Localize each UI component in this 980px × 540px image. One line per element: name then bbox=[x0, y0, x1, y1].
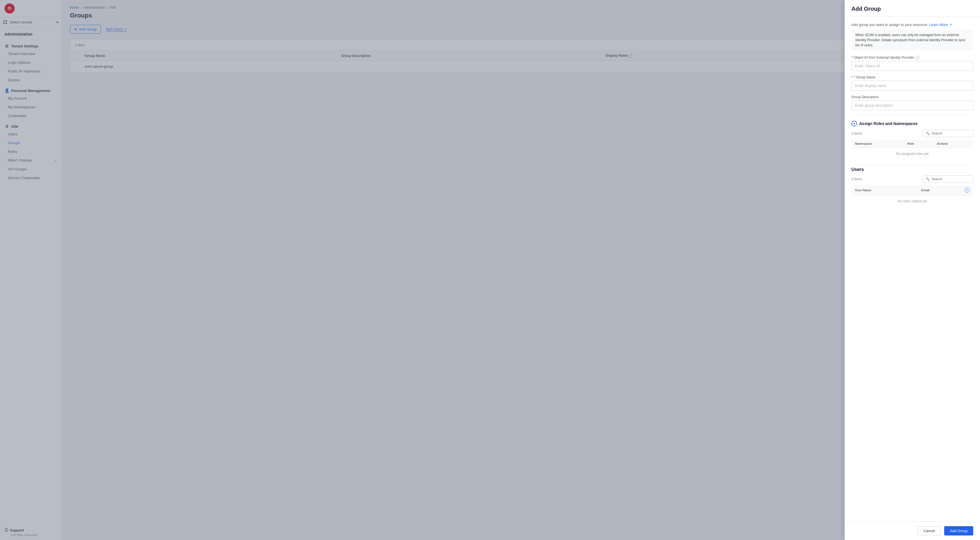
object-id-field-group: * Object ID from External Identity Provi… bbox=[851, 56, 973, 71]
roles-table-body: No assigned roles yet bbox=[852, 148, 973, 160]
drawer-title: Add Group bbox=[851, 6, 973, 12]
drawer-warning: When SCIM is enabled, users can only be … bbox=[851, 30, 973, 51]
users-table-info: 0 items 🔍 bbox=[851, 175, 973, 183]
users-search-box[interactable]: 🔍 bbox=[923, 175, 973, 183]
roles-table: Namespace Role Actions No assigned roles… bbox=[851, 139, 973, 160]
users-section-title: Users bbox=[851, 167, 973, 172]
users-th-help: i bbox=[961, 185, 973, 195]
users-search-icon: 🔍 bbox=[926, 177, 930, 181]
users-search-input[interactable] bbox=[931, 177, 970, 181]
roles-th-role: Role bbox=[904, 140, 934, 148]
object-id-label: * Object ID from External Identity Provi… bbox=[851, 56, 973, 59]
group-name-input[interactable] bbox=[851, 81, 973, 91]
drawer-footer: Cancel Add Group bbox=[845, 521, 980, 540]
users-empty-msg: No users added yet bbox=[852, 195, 973, 207]
divider-2 bbox=[851, 164, 973, 165]
roles-th-actions: Actions bbox=[934, 140, 973, 148]
group-name-label: * Group Name bbox=[851, 75, 973, 79]
users-items-count: 0 items bbox=[851, 177, 862, 181]
group-desc-input[interactable] bbox=[851, 100, 973, 110]
users-table: User Name Email i No users added yet bbox=[851, 185, 973, 207]
group-desc-label: Group Description bbox=[851, 95, 973, 99]
users-help-icon: i bbox=[964, 188, 970, 193]
group-desc-field-group: Group Description bbox=[851, 95, 973, 110]
roles-search-input[interactable] bbox=[931, 131, 970, 135]
assign-roles-header[interactable]: + Assign Roles and Namespaces bbox=[851, 121, 973, 126]
learn-more-link[interactable]: Learn More ↗ bbox=[929, 22, 952, 27]
assign-roles-label: Assign Roles and Namespaces bbox=[859, 121, 918, 126]
add-group-submit-button[interactable]: Add Group bbox=[944, 526, 973, 535]
users-th-email: Email bbox=[918, 185, 961, 195]
object-id-info-icon: i bbox=[915, 56, 920, 59]
drawer-header: Add Group bbox=[845, 0, 980, 17]
roles-table-header: Namespace Role Actions bbox=[852, 140, 973, 148]
users-empty-row: No users added yet bbox=[852, 195, 973, 207]
drawer-description: Add group you want to assign to your res… bbox=[851, 22, 973, 27]
add-group-drawer: Add Group Add group you want to assign t… bbox=[845, 0, 980, 540]
drawer-body: Add group you want to assign to your res… bbox=[845, 17, 980, 521]
roles-empty-msg: No assigned roles yet bbox=[852, 148, 973, 160]
group-name-field-group: * Group Name bbox=[851, 75, 973, 91]
cancel-button[interactable]: Cancel bbox=[918, 526, 941, 535]
users-th-username: User Name bbox=[852, 185, 918, 195]
roles-search-icon: 🔍 bbox=[926, 131, 930, 135]
users-table-body: No users added yet bbox=[852, 195, 973, 207]
roles-items-count: 0 items bbox=[851, 131, 862, 135]
modal-overlay bbox=[0, 0, 980, 540]
roles-table-info: 0 items 🔍 bbox=[851, 130, 973, 137]
roles-search-box[interactable]: 🔍 bbox=[923, 130, 973, 137]
users-table-header: User Name Email i bbox=[852, 185, 973, 195]
roles-th-namespace: Namespace bbox=[852, 140, 904, 148]
object-id-input[interactable] bbox=[851, 61, 973, 71]
assign-roles-plus-icon: + bbox=[851, 121, 857, 126]
roles-empty-row: No assigned roles yet bbox=[852, 148, 973, 160]
